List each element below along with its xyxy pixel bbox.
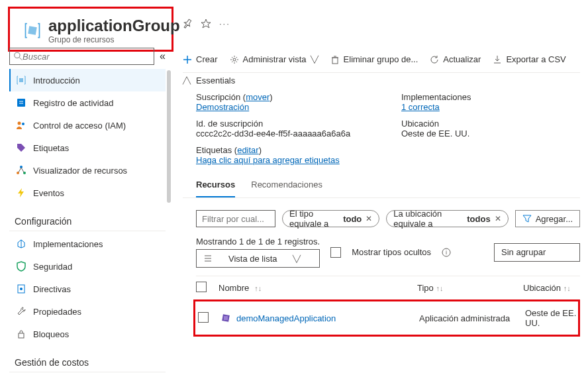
- select-all-checkbox[interactable]: [196, 282, 207, 292]
- chevron-up-icon: ╱╲: [183, 77, 191, 84]
- wrench-icon: [16, 306, 26, 317]
- location-filter-pill[interactable]: La ubicación equivale a todos ✕: [386, 210, 508, 227]
- page-subtitle: Grupo de recursos: [48, 35, 180, 44]
- nav-locks[interactable]: Bloqueos: [9, 323, 166, 345]
- nav-label: Etiquetas: [33, 143, 69, 153]
- nav-cost-analysis[interactable]: Análisis de costos: [9, 374, 166, 379]
- edit-tags-link[interactable]: editar: [237, 145, 259, 155]
- chevron-down-icon: ╲╱: [293, 255, 301, 262]
- sidebar-search[interactable]: [9, 48, 154, 65]
- tags-label: Etiquetas: [196, 145, 232, 155]
- tab-recommendations[interactable]: Recomendaciones: [251, 180, 322, 197]
- svg-text:i: i: [446, 249, 447, 256]
- essentials-toggle[interactable]: ╱╲ Essentials: [183, 72, 580, 92]
- group-by-select[interactable]: Sin agrupar: [494, 243, 580, 262]
- svg-rect-3: [19, 78, 23, 82]
- refresh-icon: [430, 55, 439, 64]
- filter-input[interactable]: [196, 210, 275, 227]
- tabs: Recursos Recomendaciones: [183, 172, 580, 198]
- add-tags-link[interactable]: Haga clic aquí para agregar etiquetas: [196, 155, 340, 165]
- subscription-value[interactable]: Demostración: [196, 102, 249, 112]
- nav-label: Introducción: [33, 76, 80, 85]
- delete-button[interactable]: Eliminar grupo de...: [330, 54, 418, 64]
- deployments-label: Implementaciones: [401, 92, 580, 102]
- table-header: Nombre ↑↓ Tipo ↑↓ Ubicación ↑↓: [196, 276, 580, 299]
- svg-rect-0: [28, 26, 37, 35]
- resource-link[interactable]: demoManagedApplication: [236, 313, 336, 323]
- show-hidden-checkbox[interactable]: [330, 247, 341, 258]
- refresh-button[interactable]: Actualizar: [430, 54, 481, 64]
- add-filter-button[interactable]: Agregar...: [515, 210, 580, 227]
- nav-label: Directivas: [33, 284, 71, 294]
- gear-icon: [230, 55, 239, 64]
- view-mode-select[interactable]: Vista de lista ╲╱: [196, 249, 320, 268]
- location-label: Ubicación: [401, 119, 580, 129]
- resource-location: Oeste de EE. UU.: [525, 308, 578, 328]
- shield-icon: [16, 261, 26, 272]
- lightning-icon: [16, 188, 26, 198]
- location-value: Oeste de EE. UU.: [401, 129, 580, 138]
- nav-iam[interactable]: Control de acceso (IAM): [9, 114, 166, 136]
- deployments-value[interactable]: 1 correcta: [401, 102, 440, 112]
- pin-icon[interactable]: [182, 19, 193, 29]
- tab-resources[interactable]: Recursos: [196, 180, 235, 197]
- create-button[interactable]: Crear: [183, 54, 218, 64]
- svg-rect-4: [17, 99, 25, 107]
- row-checkbox[interactable]: [198, 312, 209, 323]
- svg-rect-32: [224, 316, 228, 320]
- svg-line-13: [21, 168, 24, 172]
- subid-label: Id. de suscripción: [196, 119, 375, 129]
- nav-label: Eventos: [33, 188, 64, 198]
- manage-view-button[interactable]: Administrar vista ╲╱: [230, 54, 318, 64]
- nav-section-settings: Configuración: [9, 204, 166, 231]
- list-icon: [203, 254, 213, 263]
- nav-label: Seguridad: [33, 262, 72, 272]
- toolbar: Crear Administrar vista ╲╱ Eliminar grup…: [183, 48, 580, 72]
- star-icon[interactable]: [201, 19, 211, 29]
- move-link[interactable]: mover: [246, 92, 270, 102]
- nav-label: Registro de actividad: [33, 98, 113, 108]
- resource-table: Nombre ↑↓ Tipo ↑↓ Ubicación ↑↓ demoManag…: [183, 276, 580, 337]
- type-filter-pill[interactable]: El tipo equivale a todo ✕: [282, 210, 379, 227]
- nav-resource-visualizer[interactable]: Visualizador de recursos: [9, 159, 166, 182]
- close-icon[interactable]: ✕: [495, 214, 501, 223]
- table-row[interactable]: demoManagedApplication Aplicación admini…: [193, 299, 580, 337]
- nav-label: Implementaciones: [33, 239, 103, 249]
- tag-icon: [16, 142, 26, 153]
- nav-deployments[interactable]: Implementaciones: [9, 233, 166, 255]
- nav-events[interactable]: Eventos: [9, 182, 166, 204]
- nav-overview[interactable]: Introducción: [9, 69, 166, 91]
- resource-group-icon: [23, 21, 42, 40]
- col-type-header[interactable]: Tipo ↑↓: [417, 283, 516, 293]
- nav-label: Control de acceso (IAM): [33, 121, 126, 131]
- search-input[interactable]: [23, 52, 150, 62]
- list-options: Mostrando 1 de 1 de 1 registros. Vista d…: [183, 237, 580, 276]
- sidebar: « Introducción Registro de actividad Con…: [0, 48, 171, 379]
- nav-policies[interactable]: Directivas: [9, 278, 166, 300]
- deploy-icon: [16, 239, 26, 249]
- svg-rect-16: [19, 333, 24, 338]
- subscription-label: Suscripción: [196, 92, 240, 102]
- nav-tags[interactable]: Etiquetas: [9, 136, 166, 159]
- nav-label: Visualizador de recursos: [33, 166, 127, 176]
- info-icon[interactable]: i: [442, 248, 451, 257]
- lock-icon: [16, 329, 26, 339]
- main-content: Crear Administrar vista ╲╱ Eliminar grup…: [171, 48, 588, 379]
- close-icon[interactable]: ✕: [366, 214, 372, 223]
- svg-line-12: [19, 168, 21, 172]
- trash-icon: [330, 55, 340, 64]
- show-hidden-label: Mostrar tipos ocultos: [352, 247, 431, 257]
- collapse-sidebar-icon[interactable]: «: [160, 50, 166, 62]
- filter-bar: El tipo equivale a todo ✕ La ubicación e…: [183, 198, 580, 237]
- nav-activity-log[interactable]: Registro de actividad: [9, 91, 166, 114]
- nav-properties[interactable]: Propiedades: [9, 300, 166, 323]
- nav-security[interactable]: Seguridad: [9, 255, 166, 278]
- col-location-header[interactable]: Ubicación ↑↓: [523, 283, 580, 293]
- more-icon[interactable]: ···: [219, 19, 230, 29]
- cube-icon: [16, 75, 26, 85]
- search-icon: [14, 52, 23, 61]
- nav-section-cost: Gestión de costos: [9, 345, 166, 372]
- col-name-header[interactable]: Nombre ↑↓: [219, 283, 411, 293]
- export-button[interactable]: Exportar a CSV: [493, 54, 565, 64]
- subid-value: cccc2c2c-dd3d-ee4e-ff5f-aaaaaa6a6a6a: [196, 129, 375, 138]
